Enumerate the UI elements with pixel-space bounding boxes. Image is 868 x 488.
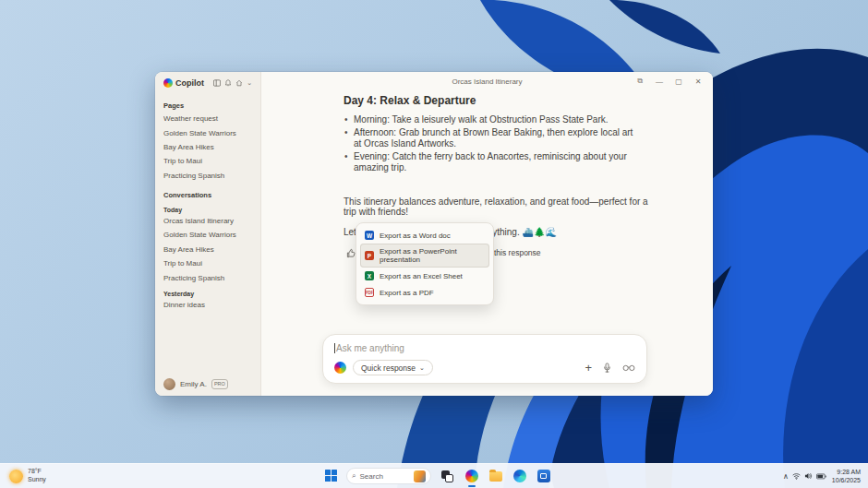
notifications-bell-icon[interactable] [224,79,232,87]
taskbar-clock[interactable]: 9:28 AM 10/6/2025 [832,468,861,484]
sun-icon [9,470,23,483]
export-powerpoint-item[interactable]: P Export as a PowerPoint presentation [360,244,489,268]
sidebar-item-practicing-spanish[interactable]: Practicing Spanish [163,270,252,284]
file-explorer-button[interactable] [488,469,503,484]
copilot-logo-icon [163,78,173,88]
bullet-evening: Evening: Catch the ferry back to Anacort… [344,151,635,173]
folder-icon [489,471,502,482]
response-mode-dropdown[interactable]: Quick response ⌄ [353,360,433,375]
mode-chevron-icon: ⌄ [419,364,425,372]
response-mode-label: Quick response [361,363,416,373]
app-name: Copilot [175,78,204,88]
today-group-label: Today [163,207,252,213]
user-avatar [163,378,175,390]
powerpoint-icon: P [365,251,374,260]
sidebar-toggle-icon[interactable] [213,79,221,87]
clock-date: 10/6/2025 [832,476,861,484]
edge-icon [513,470,526,482]
edge-browser-button[interactable] [512,469,527,484]
export-word-label: Export as a Word doc [380,232,451,240]
export-powerpoint-label: Export as a PowerPoint presentation [380,247,485,264]
weather-widget[interactable]: 78°F Sunny [9,468,157,484]
copilot-window: Copilot ⌄ Pages Weather request Golden S… [155,72,713,396]
yesterday-group-label: Yesterday [163,291,252,297]
microphone-button[interactable] [602,363,612,373]
pages-section-label: Pages [163,101,252,110]
copilot-taskbar-icon [465,470,478,482]
sidebar-item-trip-to-maui-page[interactable]: Trip to Maui [163,154,252,168]
tray-chevron-icon[interactable]: ∧ [783,472,789,481]
itinerary-bullets: Morning: Take a leisurely walk at Obstru… [344,114,635,173]
day4-heading: Day 4: Relax & Departure [344,94,685,107]
excel-icon: X [365,271,374,280]
pro-badge: PRO [211,379,228,388]
maximize-button[interactable]: ▢ [672,77,685,86]
word-icon: W [365,231,374,240]
weather-condition: Sunny [28,476,46,484]
sidebar-item-bay-area-hikes-page[interactable]: Bay Area Hikes [163,140,252,154]
add-attachment-button[interactable]: + [585,362,592,374]
export-excel-item[interactable]: X Export as an Excel Sheet [360,268,489,284]
sidebar-item-orcas-island-itinerary[interactable]: Orcas Island Itinerary [163,214,252,228]
weather-temp: 78°F [28,468,46,476]
pdf-icon: PDF [365,288,374,297]
copilot-vision-button[interactable] [622,363,635,373]
search-label: Search [359,472,382,481]
export-excel-label: Export as an Excel Sheet [380,272,463,280]
search-highlight-icon [414,470,426,482]
chevron-down-icon[interactable]: ⌄ [247,79,252,87]
copilot-taskbar-button[interactable] [464,469,479,484]
volume-icon[interactable] [804,472,813,480]
chat-input-placeholder: Ask me anything [336,343,404,353]
sidebar-item-practicing-spanish-page[interactable]: Practicing Spanish [163,169,252,183]
clock-time: 9:28 AM [832,468,861,476]
chat-composer: Ask me anything Quick response ⌄ + [322,334,647,384]
store-icon [537,470,550,482]
bullet-afternoon: Afternoon: Grab brunch at Brown Bear Bak… [344,127,635,149]
taskbar: 78°F Sunny ⌕ Search ∧ 9:28 AM 10/6/2025 [0,463,868,488]
main-pane: Orcas Island Itinerary ⧉ — ▢ ✕ Day 4: Re… [261,72,713,396]
close-button[interactable]: ✕ [692,77,705,86]
popout-icon[interactable]: ⧉ [633,77,646,86]
chat-input[interactable]: Ask me anything [334,343,635,353]
export-menu: W Export as a Word doc P Export as a Pow… [356,222,494,305]
bullet-morning: Morning: Take a leisurely walk at Obstru… [344,114,635,125]
export-word-item[interactable]: W Export as a Word doc [360,227,489,244]
export-pdf-label: Export as a PDF [380,289,434,297]
search-icon: ⌕ [352,471,356,481]
active-app-indicator [468,485,476,487]
conversations-section-label: Conversations [163,191,252,199]
sidebar-item-trip-to-maui[interactable]: Trip to Maui [163,256,252,270]
task-view-button[interactable] [440,469,455,484]
titlebar: Orcas Island Itinerary ⧉ — ▢ ✕ [261,72,713,90]
copilot-composer-logo-icon [334,362,346,374]
text-caret [334,343,335,353]
store-app-button[interactable] [536,469,551,484]
sidebar-item-dinner-ideas[interactable]: Dinner ideas [163,298,252,312]
battery-icon[interactable] [816,473,826,480]
sidebar-item-golden-state-warriors-page[interactable]: Golden State Warriors [163,125,252,139]
sidebar: Copilot ⌄ Pages Weather request Golden S… [155,72,261,396]
minimize-button[interactable]: — [653,77,666,86]
start-button[interactable] [325,470,338,482]
summary-text: This itinerary balances adventure, relax… [344,196,648,217]
sidebar-item-bay-area-hikes[interactable]: Bay Area Hikes [163,243,252,256]
wifi-icon[interactable] [792,472,801,480]
sidebar-item-golden-state-warriors[interactable]: Golden State Warriors [163,228,252,242]
user-name: Emily A. [180,380,207,388]
home-icon[interactable] [235,79,243,87]
sidebar-item-weather-request[interactable]: Weather request [163,112,252,125]
export-pdf-item[interactable]: PDF Export as a PDF [360,284,489,301]
user-account[interactable]: Emily A. PRO [163,373,252,390]
taskbar-search[interactable]: ⌕ Search [346,468,431,484]
